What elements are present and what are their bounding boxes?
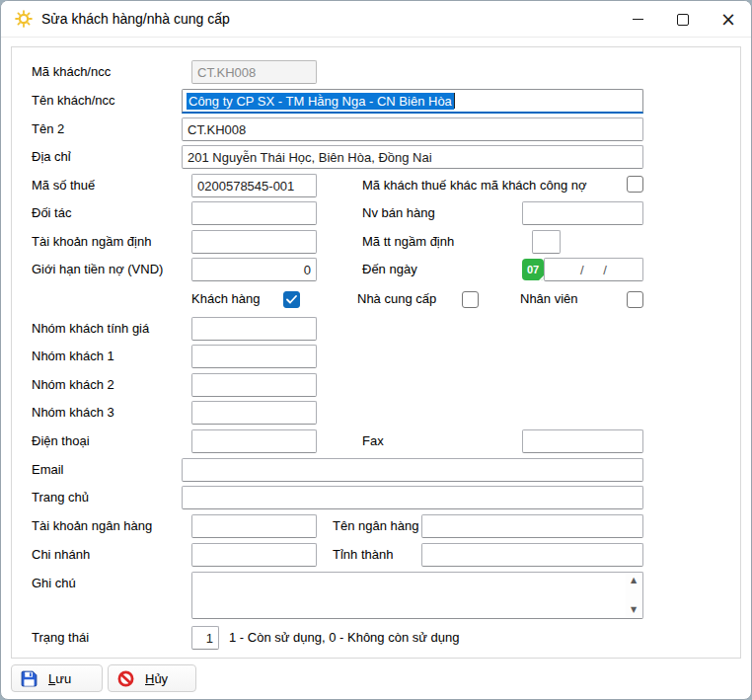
dien-thoai-input[interactable] bbox=[191, 429, 317, 453]
ma-tt-ngam-dinh-input[interactable] bbox=[532, 230, 561, 254]
row-nhom2: Nhóm khách 2 bbox=[12, 373, 740, 397]
maximize-icon bbox=[677, 14, 689, 26]
notes-scrollbar[interactable]: ▲ ▼ bbox=[626, 574, 641, 617]
row-ten-khach: Tên khách/ncc Công ty CP SX - TM Hằng Ng… bbox=[12, 89, 740, 113]
tk-ngan-hang-input[interactable] bbox=[191, 514, 317, 538]
ten2-label: Tên 2 bbox=[32, 117, 64, 141]
tk-ngam-dinh-label: Tài khoản ngầm định bbox=[32, 230, 151, 254]
app-sun-icon bbox=[15, 10, 33, 28]
trang-chu-label: Trang chủ bbox=[32, 486, 89, 509]
close-button[interactable]: × bbox=[706, 1, 751, 38]
row-dia-chi: Địa chỉ bbox=[12, 145, 740, 169]
nhom3-input[interactable] bbox=[191, 401, 317, 425]
dialog-window: Sửa khách hàng/nhà cung cấp × Mã khách/n… bbox=[0, 0, 752, 700]
den-ngay-label: Đến ngày bbox=[362, 258, 417, 281]
tk-ngan-hang-label: Tài khoản ngân hàng bbox=[32, 514, 152, 538]
text-caret bbox=[454, 93, 455, 109]
khach-hang-checkbox[interactable] bbox=[283, 291, 300, 308]
doi-tac-input[interactable] bbox=[191, 201, 317, 225]
floppy-disk-icon bbox=[21, 670, 38, 687]
row-ten2: Tên 2 bbox=[12, 117, 740, 141]
chi-nhanh-label: Chi nhánh bbox=[32, 543, 90, 567]
scroll-down-icon[interactable]: ▼ bbox=[631, 606, 637, 614]
nhom1-input[interactable] bbox=[191, 345, 317, 368]
row-branch: Chi nhánh Tỉnh thành bbox=[12, 543, 740, 567]
nhan-vien-label: Nhân viên bbox=[520, 289, 578, 309]
nhom-tinh-gia-input[interactable] bbox=[191, 317, 317, 341]
cancel-button-label: Hủy bbox=[145, 671, 168, 686]
chi-nhanh-input[interactable] bbox=[191, 543, 317, 567]
ma-khach-thue-checkbox[interactable] bbox=[627, 176, 643, 193]
nhan-vien-checkbox[interactable] bbox=[627, 291, 643, 308]
nhom1-label: Nhóm khách 1 bbox=[32, 345, 114, 368]
row-entity-type: Khách hàng Nhà cung cấp Nhân viên bbox=[12, 289, 740, 309]
ma-tt-ngam-dinh-label: Mã tt ngầm định bbox=[362, 230, 454, 254]
trang-chu-input[interactable] bbox=[182, 486, 643, 509]
nhom-tinh-gia-label: Nhóm khách tính giá bbox=[32, 317, 149, 341]
cancel-prohibition-icon bbox=[117, 670, 134, 687]
selected-text: Công ty CP SX - TM Hằng Nga - CN Biên Hò… bbox=[187, 93, 454, 110]
ten-ngan-hang-input[interactable] bbox=[421, 514, 643, 538]
ten-khach-label: Tên khách/ncc bbox=[32, 89, 115, 113]
maximize-button[interactable] bbox=[660, 1, 706, 38]
trang-thai-hint: 1 - Còn sử dụng, 0 - Không còn sử dụng bbox=[229, 626, 460, 650]
minimize-button[interactable] bbox=[615, 1, 660, 38]
tk-ngam-dinh-input[interactable] bbox=[191, 230, 317, 254]
tinh-thanh-input[interactable] bbox=[421, 543, 643, 567]
tinh-thanh-label: Tỉnh thành bbox=[333, 543, 393, 567]
row-nhom1: Nhóm khách 1 bbox=[12, 345, 740, 368]
ma-so-thue-label: Mã số thuế bbox=[32, 174, 95, 197]
gioi-han-label: Giới hạn tiền nợ (VND) bbox=[32, 258, 163, 281]
ma-khach-input bbox=[191, 60, 317, 84]
email-input[interactable] bbox=[182, 458, 643, 482]
row-ghi-chu: Ghi chú ▲ ▼ bbox=[12, 572, 740, 619]
nhom2-label: Nhóm khách 2 bbox=[32, 373, 114, 397]
nhom3-label: Nhóm khách 3 bbox=[32, 401, 114, 425]
trang-thai-label: Trạng thái bbox=[32, 626, 89, 650]
save-button-label: Lưu bbox=[48, 671, 71, 686]
ma-so-thue-input[interactable] bbox=[191, 174, 317, 197]
row-doi-tac: Đối tác Nv bán hàng bbox=[12, 201, 740, 225]
gioi-han-input[interactable] bbox=[191, 258, 317, 281]
nhom2-input[interactable] bbox=[191, 373, 317, 397]
row-email: Email bbox=[12, 458, 740, 482]
khach-hang-label: Khách hàng bbox=[191, 289, 260, 309]
row-bank-account: Tài khoản ngân hàng Tên ngân hàng bbox=[12, 514, 740, 538]
dia-chi-label: Địa chỉ bbox=[32, 145, 71, 169]
ghi-chu-textarea[interactable]: ▲ ▼ bbox=[191, 572, 643, 619]
dien-thoai-label: Điện thoại bbox=[32, 429, 90, 453]
dia-chi-input[interactable] bbox=[182, 145, 643, 169]
check-icon bbox=[286, 295, 297, 304]
row-ma-khach: Mã khách/ncc bbox=[12, 60, 740, 84]
email-label: Email bbox=[32, 458, 64, 482]
row-trang-thai: Trạng thái 1 - Còn sử dụng, 0 - Không cò… bbox=[12, 626, 740, 650]
row-tk-ngam-dinh: Tài khoản ngầm định Mã tt ngầm định bbox=[12, 230, 740, 254]
cancel-button[interactable]: Hủy bbox=[108, 664, 196, 692]
ma-khach-label: Mã khách/ncc bbox=[32, 60, 111, 84]
den-ngay-input[interactable] bbox=[544, 258, 643, 281]
trang-thai-input[interactable] bbox=[191, 626, 219, 650]
fax-input[interactable] bbox=[522, 429, 643, 453]
button-bar: Lưu Hủy bbox=[11, 664, 196, 692]
close-icon: × bbox=[720, 10, 736, 29]
row-nhom-tinh-gia: Nhóm khách tính giá bbox=[12, 317, 740, 341]
form-panel: Mã khách/ncc Tên khách/ncc Công ty CP SX… bbox=[11, 46, 741, 659]
row-dien-thoai: Điện thoại Fax bbox=[12, 429, 740, 453]
window-controls: × bbox=[615, 1, 751, 38]
ghi-chu-label: Ghi chú bbox=[32, 572, 76, 595]
scroll-up-icon[interactable]: ▲ bbox=[631, 577, 637, 584]
nv-ban-hang-input[interactable] bbox=[522, 201, 643, 225]
nv-ban-hang-label: Nv bán hàng bbox=[362, 201, 435, 225]
save-button[interactable]: Lưu bbox=[11, 664, 103, 692]
row-ma-so-thue: Mã số thuế Mã khách thuế khác mã khách c… bbox=[12, 174, 740, 197]
nha-cung-cap-checkbox[interactable] bbox=[462, 291, 479, 308]
calendar-day-icon[interactable]: 07 bbox=[522, 259, 544, 280]
ma-khach-thue-label: Mã khách thuế khác mã khách công nợ bbox=[362, 174, 587, 197]
minimize-icon bbox=[633, 19, 643, 20]
window-title: Sửa khách hàng/nhà cung cấp bbox=[41, 11, 230, 27]
nha-cung-cap-label: Nhà cung cấp bbox=[357, 289, 436, 309]
ten-khach-input[interactable]: Công ty CP SX - TM Hằng Nga - CN Biên Hò… bbox=[182, 89, 643, 114]
fax-label: Fax bbox=[362, 429, 384, 453]
row-trang-chu: Trang chủ bbox=[12, 486, 740, 509]
ten2-input[interactable] bbox=[182, 117, 643, 141]
